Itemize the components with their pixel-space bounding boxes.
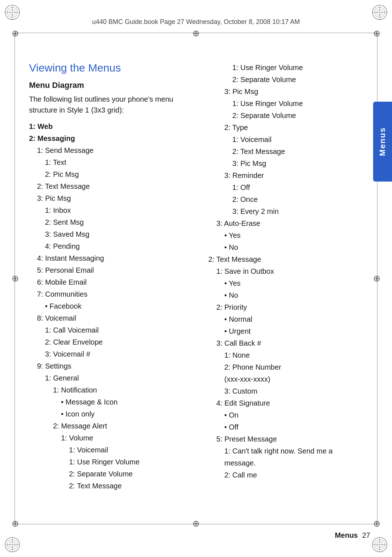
list-item: • Yes [224, 229, 356, 241]
main-content: Viewing the Menus Menu Diagram The follo… [29, 40, 356, 517]
list-item: • Urgent [224, 325, 356, 337]
list-item: 1: Voicemail [69, 444, 178, 456]
list-item: 5: Personal Email [37, 264, 178, 276]
list-item: • On [224, 409, 356, 421]
list-item: • Message & Icon [61, 396, 178, 408]
left-column: Viewing the Menus Menu Diagram The follo… [29, 40, 185, 517]
list-item: 2: Text Message [208, 253, 356, 265]
list-item: 1: Can't talk right now. Send me a messa… [224, 445, 356, 469]
list-item: 2: Clear Envelope [45, 336, 178, 348]
list-item: 2: Text Message [232, 146, 356, 158]
list-item: 2: Call me [224, 469, 356, 481]
footer-label: Menus [335, 531, 358, 540]
list-item: 3: Auto-Erase [216, 217, 356, 229]
list-item: 2: Separate Volume [232, 110, 356, 122]
list-item: 3: Custom [224, 385, 356, 397]
list-item: 1: Use Ringer Volume [232, 98, 356, 110]
list-item: 1: Volume [61, 432, 178, 444]
list-item: 2: Separate Volume [232, 74, 356, 86]
right-column: 1: Use Ringer Volume2: Separate Volume3:… [185, 40, 356, 517]
list-item: 3: Pic Msg [37, 192, 178, 204]
cross-marker-right-mid [372, 273, 382, 284]
list-item: 1: General [45, 372, 178, 384]
list-item: 6: Mobile Email [37, 276, 178, 288]
list-item: 3: Pic Msg [224, 86, 356, 98]
list-item: 4: Pending [45, 240, 178, 252]
list-item: 5: Preset Message [216, 433, 356, 445]
list-item: 8: Voicemail [37, 312, 178, 324]
section-heading: Menu Diagram [29, 81, 178, 90]
list-item: • Facebook [45, 300, 178, 312]
footer-page-number: 27 [362, 531, 370, 540]
page-title: Viewing the Menus [29, 62, 178, 74]
list-item: 1: None [224, 349, 356, 361]
list-item: (xxx-xxx-xxxx) [224, 373, 356, 385]
list-item: 2: Message Alert [53, 420, 178, 432]
list-item: 2: Once [232, 194, 356, 206]
list-item: • No [224, 289, 356, 301]
list-item: 2: Separate Volume [69, 468, 178, 480]
list-item: 4: Instant Messaging [37, 252, 178, 264]
list-item: 1: Save in Outbox [216, 265, 356, 277]
list-item: 3: Voicemail # [45, 348, 178, 360]
right-menu-list: 1: Use Ringer Volume2: Separate Volume3:… [192, 62, 356, 481]
cross-marker-left-mid [10, 273, 20, 284]
intro-text: The following list outlines your phone's… [29, 94, 178, 115]
list-item: 2: Pic Msg [45, 168, 178, 180]
list-item: 2: Text Message [37, 180, 178, 192]
list-item: 7: Communities [37, 288, 178, 300]
list-item: 4: Edit Signature [216, 397, 356, 409]
list-item: 3: Reminder [224, 170, 356, 182]
list-item: 1: Web [29, 121, 178, 133]
list-item: 2: Priority [216, 301, 356, 313]
chapter-tab: Menus [373, 102, 392, 182]
list-item: 3: Pic Msg [232, 158, 356, 170]
list-item: • No [224, 241, 356, 253]
list-item: 3: Saved Msg [45, 228, 178, 240]
header: u440 BMC Guide.book Page 27 Wednesday, O… [15, 11, 377, 33]
list-item: 1: Inbox [45, 204, 178, 216]
list-item: 1: Voicemail [232, 134, 356, 146]
list-item: 2: Phone Number [224, 361, 356, 373]
list-item: • Yes [224, 277, 356, 289]
list-item: 2: Text Message [69, 480, 178, 492]
list-item: 1: Text [45, 156, 178, 168]
list-item: 3: Call Back # [216, 337, 356, 349]
list-item: 3: Every 2 min [232, 206, 356, 217]
list-item: 1: Call Voicemail [45, 324, 178, 336]
list-item: • Icon only [61, 408, 178, 420]
list-item: 9: Settings [37, 360, 178, 372]
list-item: 1: Send Message [37, 145, 178, 156]
list-item: 1: Use Ringer Volume [232, 62, 356, 74]
chapter-tab-label: Menus [378, 127, 387, 156]
list-item: • Normal [224, 313, 356, 325]
list-item: 2: Sent Msg [45, 216, 178, 228]
list-item: 1: Notification [53, 384, 178, 396]
list-item: 2: Type [224, 122, 356, 134]
left-menu-list: 1: Web2: Messaging1: Send Message1: Text… [29, 121, 178, 492]
list-item: 2: Messaging [29, 133, 178, 145]
header-text: u440 BMC Guide.book Page 27 Wednesday, O… [92, 18, 300, 26]
list-item: 1: Use Ringer Volume [69, 456, 178, 468]
list-item: • Off [224, 421, 356, 433]
footer: Menus 27 [15, 524, 377, 546]
list-item: 1: Off [232, 182, 356, 194]
